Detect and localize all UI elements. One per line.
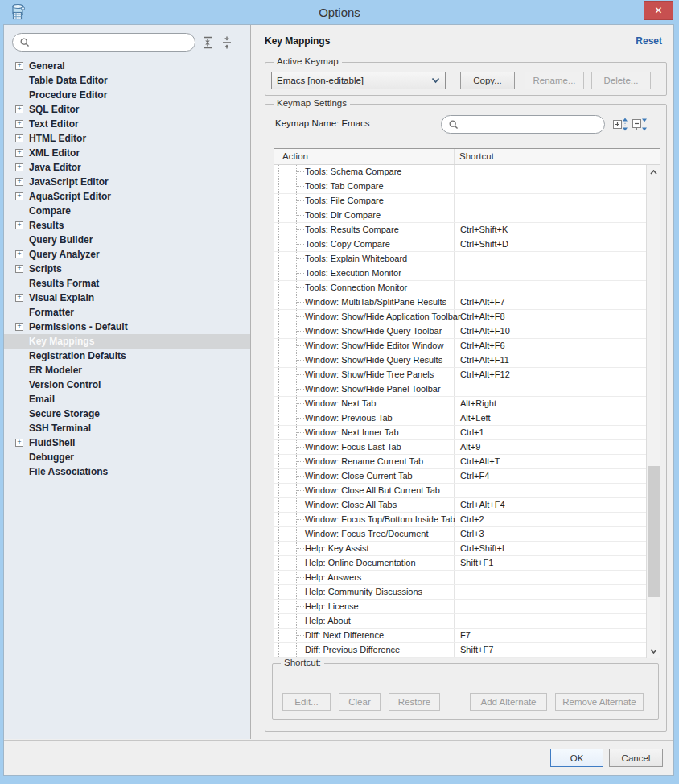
table-row[interactable]: Tools: Connection Monitor xyxy=(274,281,648,295)
table-row[interactable]: Diff: Next DifferenceF7 xyxy=(274,629,648,643)
table-row[interactable]: Tools: Explain Whiteboard xyxy=(274,252,648,266)
edit-button[interactable]: Edit... xyxy=(282,693,331,711)
expand-plus-icon[interactable]: + xyxy=(15,221,23,229)
ok-button[interactable]: OK xyxy=(550,749,603,767)
table-row[interactable]: Window: Previous TabAlt+Left xyxy=(274,411,648,426)
sidebar-item-file-associations[interactable]: File Associations xyxy=(4,464,250,479)
sidebar-item-sql-editor[interactable]: +SQL Editor xyxy=(4,102,250,117)
table-row[interactable]: Window: Show/Hide Query ResultsCtrl+Alt+… xyxy=(274,353,648,368)
expand-rows-icon[interactable] xyxy=(200,35,215,50)
sidebar-item-html-editor[interactable]: +HTML Editor xyxy=(4,131,250,146)
table-row[interactable]: Help: Key AssistCtrl+Shift+L xyxy=(274,542,648,556)
sidebar-item-fluidshell[interactable]: +FluidShell xyxy=(4,435,250,450)
table-row[interactable]: Tools: Results CompareCtrl+Shift+K xyxy=(274,223,648,237)
sidebar-item-xml-editor[interactable]: +XML Editor xyxy=(4,146,250,160)
sidebar-item-email[interactable]: Email xyxy=(4,392,250,406)
table-row[interactable]: Window: Rename Current TabCtrl+Alt+T xyxy=(274,455,648,469)
table-row[interactable]: Help: Community Discussions xyxy=(274,585,648,600)
table-row[interactable]: Window: MultiTab/SplitPane ResultsCtrl+A… xyxy=(274,295,648,310)
collapse-rows-icon[interactable] xyxy=(220,35,234,50)
sidebar-item-procedure-editor[interactable]: Procedure Editor xyxy=(4,88,250,102)
expand-plus-icon[interactable]: + xyxy=(15,439,23,447)
scrollbar-thumb[interactable] xyxy=(648,466,660,597)
sidebar-item-ssh-terminal[interactable]: SSH Terminal xyxy=(4,421,250,435)
table-row[interactable]: Window: Focus Tree/DocumentCtrl+3 xyxy=(274,527,648,542)
restore-button[interactable]: Restore xyxy=(389,693,440,711)
expand-plus-icon[interactable]: + xyxy=(15,265,23,273)
expand-plus-icon[interactable]: + xyxy=(15,163,23,171)
table-row[interactable]: Diff: Previous DifferenceShift+F7 xyxy=(274,643,648,658)
table-row[interactable]: Window: Show/Hide Query ToolbarCtrl+Alt+… xyxy=(274,324,648,339)
table-row[interactable]: Window: Show/Hide Tree PanelsCtrl+Alt+F1… xyxy=(274,368,648,382)
expand-plus-icon[interactable]: + xyxy=(15,105,23,113)
delete-button[interactable]: Delete... xyxy=(591,72,651,89)
table-row[interactable]: Tools: Copy CompareCtrl+Shift+D xyxy=(274,237,648,252)
rename-button[interactable]: Rename... xyxy=(525,72,584,89)
expand-plus-icon[interactable]: + xyxy=(15,149,23,157)
add-alternate-button[interactable]: Add Alternate xyxy=(470,693,547,711)
expand-plus-icon[interactable]: + xyxy=(15,250,23,258)
table-row[interactable]: Window: Close All But Current Tab xyxy=(274,484,648,498)
sidebar-item-compare[interactable]: Compare xyxy=(4,204,250,218)
sidebar-item-debugger[interactable]: Debugger xyxy=(4,450,250,464)
table-row[interactable]: Window: Show/Hide Editor WindowCtrl+Alt+… xyxy=(274,339,648,353)
sidebar-item-visual-explain[interactable]: +Visual Explain xyxy=(4,291,250,305)
sidebar-item-table-data-editor[interactable]: Table Data Editor xyxy=(4,73,250,88)
tree-expand-all-icon[interactable] xyxy=(613,118,628,131)
sidebar-search-box[interactable] xyxy=(12,33,195,52)
sidebar-item-er-modeler[interactable]: ER Modeler xyxy=(4,363,250,378)
column-header-action[interactable]: Action xyxy=(274,149,455,164)
table-row[interactable]: Window: Show/Hide Panel Toolbar xyxy=(274,382,648,397)
expand-plus-icon[interactable]: + xyxy=(15,134,23,142)
sidebar-item-registration-defaults[interactable]: Registration Defaults xyxy=(4,349,250,363)
sidebar-item-permissions-default[interactable]: +Permissions - Default xyxy=(4,320,250,334)
sidebar-item-secure-storage[interactable]: Secure Storage xyxy=(4,406,250,421)
table-row[interactable]: Window: Show/Hide Application ToolbarCtr… xyxy=(274,310,648,324)
sidebar-item-query-analyzer[interactable]: +Query Analyzer xyxy=(4,247,250,262)
table-row[interactable]: Window: Next TabAlt+Right xyxy=(274,397,648,411)
sidebar-item-results-format[interactable]: Results Format xyxy=(4,276,250,291)
scroll-down-icon[interactable] xyxy=(647,644,660,658)
expand-plus-icon[interactable]: + xyxy=(15,192,23,200)
expand-plus-icon[interactable]: + xyxy=(15,178,23,186)
clear-button[interactable]: Clear xyxy=(339,693,381,711)
table-row[interactable]: Help: License xyxy=(274,600,648,614)
sidebar-item-text-editor[interactable]: +Text Editor xyxy=(4,117,250,131)
sidebar-item-scripts[interactable]: +Scripts xyxy=(4,262,250,276)
scroll-up-icon[interactable] xyxy=(647,165,660,179)
table-row[interactable]: Window: Close Current TabCtrl+F4 xyxy=(274,469,648,484)
sidebar-item-general[interactable]: +General xyxy=(4,59,250,73)
reset-link[interactable]: Reset xyxy=(636,35,662,47)
sidebar-item-java-editor[interactable]: +Java Editor xyxy=(4,160,250,175)
table-row[interactable]: Window: Close All TabsCtrl+Alt+F4 xyxy=(274,498,648,513)
sidebar-item-javascript-editor[interactable]: +JavaScript Editor xyxy=(4,175,250,189)
sidebar-item-query-builder[interactable]: Query Builder xyxy=(4,233,250,247)
sidebar-search-input[interactable] xyxy=(31,37,188,48)
keymap-search-input[interactable] xyxy=(459,119,598,130)
active-keymap-select[interactable]: Emacs [non-editable] xyxy=(271,72,446,89)
copy-button[interactable]: Copy... xyxy=(460,72,515,89)
table-row[interactable]: Tools: Dir Compare xyxy=(274,208,648,223)
sidebar-item-formatter[interactable]: Formatter xyxy=(4,305,250,320)
table-row[interactable]: Window: Focus Last TabAlt+9 xyxy=(274,440,648,455)
table-row[interactable]: Tools: Schema Compare xyxy=(274,165,648,179)
vertical-scrollbar[interactable] xyxy=(646,165,660,658)
remove-alternate-button[interactable]: Remove Alternate xyxy=(555,693,644,711)
close-button[interactable]: ✕ xyxy=(644,1,673,20)
table-row[interactable]: Tools: File Compare xyxy=(274,194,648,208)
table-row[interactable]: Tools: Execution Monitor xyxy=(274,266,648,281)
column-header-shortcut[interactable]: Shortcut xyxy=(455,149,660,164)
table-row[interactable]: Help: About xyxy=(274,614,648,629)
sidebar-item-aquascript-editor[interactable]: +AquaScript Editor xyxy=(4,189,250,204)
table-row[interactable]: Window: Next Inner TabCtrl+1 xyxy=(274,426,648,440)
table-row[interactable]: Tools: Tab Compare xyxy=(274,179,648,194)
tree-collapse-all-icon[interactable] xyxy=(632,118,648,131)
expand-plus-icon[interactable]: + xyxy=(15,323,23,331)
expand-plus-icon[interactable]: + xyxy=(15,62,23,70)
keymap-search-box[interactable] xyxy=(441,115,605,134)
expand-plus-icon[interactable]: + xyxy=(15,120,23,128)
table-row[interactable]: Help: Online DocumentationShift+F1 xyxy=(274,556,648,571)
sidebar-item-results[interactable]: +Results xyxy=(4,218,250,233)
cancel-button[interactable]: Cancel xyxy=(609,749,663,767)
sidebar-item-key-mappings[interactable]: Key Mappings xyxy=(4,334,250,349)
